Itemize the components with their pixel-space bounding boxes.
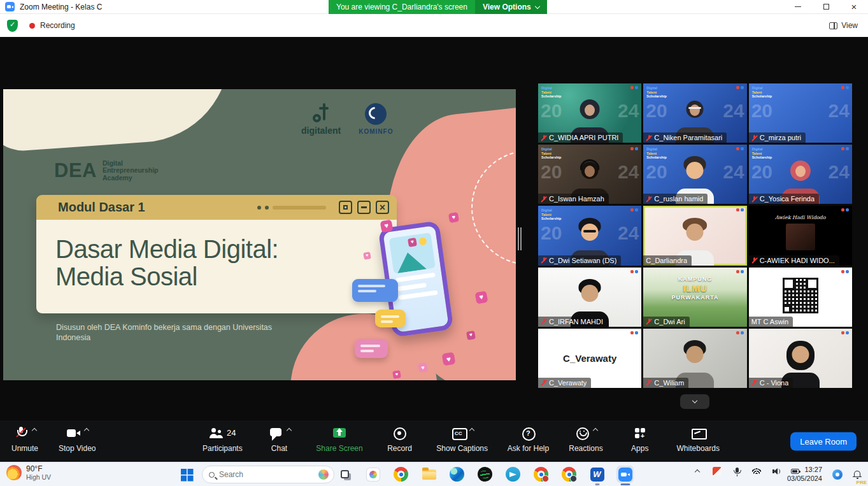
maximize-button[interactable] bbox=[812, 0, 840, 13]
vbg-year-left: 20 bbox=[751, 161, 772, 183]
dts-background-logo: DigitalTalentScholarship bbox=[541, 208, 561, 221]
zoom-icon[interactable] bbox=[616, 466, 634, 483]
start-button[interactable] bbox=[178, 466, 196, 483]
toolbar-share-button[interactable]: Share Screen bbox=[316, 426, 362, 453]
participant-name-label: C_WIDIA APRI PUTRI bbox=[538, 132, 623, 143]
participant-tile[interactable]: DigitalTalentScholarship 20 24 Awiek Had… bbox=[538, 268, 641, 327]
copilot-icon[interactable] bbox=[832, 469, 843, 480]
participant-tile[interactable]: DigitalTalentScholarship 20 24 Awiek Had… bbox=[749, 145, 852, 204]
participant-tile[interactable]: DigitalTalentScholarship 20 24 C_Verawat… bbox=[538, 329, 641, 388]
toolbar-apps-button[interactable]: Apps bbox=[623, 426, 657, 453]
participant-name-label: C_mirza putri bbox=[749, 132, 806, 143]
wifi-icon[interactable] bbox=[751, 466, 762, 477]
toolbar-icon bbox=[632, 426, 648, 440]
mockup-title-bar: Modul Dasar 1 bbox=[36, 195, 397, 220]
chevron-up-icon[interactable] bbox=[84, 428, 89, 433]
hidden-icons-icon[interactable] bbox=[692, 466, 703, 477]
chevron-up-icon[interactable] bbox=[286, 428, 291, 433]
participant-tile[interactable]: DigitalTalentScholarship 20 24 Awiek Had… bbox=[538, 145, 641, 204]
participant-tile[interactable]: DigitalTalentScholarship 20 24 Awiek Had… bbox=[643, 206, 746, 265]
toolbar-label: Reactions bbox=[569, 444, 602, 453]
heart-icon bbox=[448, 212, 459, 223]
toolbar-mic-off-button[interactable]: Unmute bbox=[8, 426, 42, 453]
view-layout-button[interactable]: View bbox=[829, 21, 858, 30]
heart-icon bbox=[475, 291, 488, 304]
word-icon[interactable] bbox=[588, 466, 606, 483]
title-bar: Zoom Meeting - Kelas C You are viewing C… bbox=[0, 0, 868, 14]
more-participants-button[interactable] bbox=[680, 394, 709, 409]
minimize-button[interactable] bbox=[784, 0, 812, 13]
telegram-icon[interactable] bbox=[504, 466, 522, 483]
participant-tile[interactable]: DigitalTalentScholarship 20 24 Awiek Had… bbox=[538, 83, 641, 143]
volume-icon[interactable] bbox=[771, 466, 782, 477]
participant-tile[interactable]: DigitalTalentScholarship 20 24 Awiek Had… bbox=[643, 83, 746, 143]
toolbar-icon bbox=[690, 426, 706, 440]
heart-icon bbox=[418, 362, 428, 373]
chrome-2-icon[interactable] bbox=[532, 466, 550, 483]
taskbar-clock[interactable]: 13:27 03/05/2024 bbox=[787, 466, 822, 483]
participant-tile[interactable]: DigitalTalentScholarship 20 24 Awiek Had… bbox=[643, 145, 746, 204]
toolbar-help-button[interactable]: Ask for Help bbox=[508, 426, 549, 453]
tile-corner-badges bbox=[736, 331, 744, 334]
participant-tile[interactable]: DigitalTalentScholarship 20 24 Awiek Had… bbox=[643, 268, 746, 327]
windows-taskbar: 90°F High UV 13:27 03/05/2024 PRE bbox=[0, 462, 868, 486]
muted-mic-icon bbox=[541, 196, 547, 203]
spotify-icon[interactable] bbox=[476, 466, 494, 483]
participant-name-label: C_ruslan hamid bbox=[643, 194, 708, 204]
muted-mic-icon bbox=[751, 196, 758, 203]
toolbar-icon bbox=[66, 426, 81, 440]
participant-tile[interactable]: DigitalTalentScholarship 20 24 Awiek Had… bbox=[749, 329, 852, 388]
toolbar-cc-button[interactable]: Show Captions bbox=[436, 426, 488, 453]
toolbar-icon bbox=[574, 426, 590, 440]
muted-mic-icon bbox=[751, 379, 758, 386]
toolbar-record-button[interactable]: Record bbox=[382, 426, 416, 453]
module-title: Modul Dasar 1 bbox=[58, 200, 145, 215]
pre-badge: PRE bbox=[857, 480, 867, 485]
toolbar-camera-button[interactable]: Stop Video bbox=[59, 426, 96, 453]
chrome-3-icon[interactable] bbox=[560, 466, 578, 483]
task-view-icon[interactable] bbox=[336, 466, 353, 483]
participant-tile[interactable]: DigitalTalentScholarship 20 24 Awiek Had… bbox=[643, 329, 746, 388]
chrome-icon[interactable] bbox=[392, 466, 409, 483]
toolbar-reactions-button[interactable]: Reactions bbox=[569, 426, 603, 453]
taskbar-search[interactable] bbox=[202, 466, 334, 483]
participant-tile[interactable]: DigitalTalentScholarship 20 24 Awiek Had… bbox=[538, 206, 641, 265]
search-input[interactable] bbox=[219, 470, 314, 479]
weather-widget[interactable]: 90°F High UV bbox=[6, 464, 51, 481]
muted-mic-icon bbox=[541, 134, 547, 141]
close-button[interactable] bbox=[840, 0, 868, 13]
zoom-app-icon bbox=[5, 2, 15, 11]
view-options-button[interactable]: View Options bbox=[475, 0, 547, 14]
bell-icon[interactable] bbox=[851, 469, 863, 480]
leave-room-button[interactable]: Leave Room bbox=[790, 432, 857, 450]
chevron-up-icon[interactable] bbox=[469, 428, 474, 433]
heart-icon bbox=[392, 370, 401, 379]
meeting-toolbar: Unmute Stop Video 24 Participants Chat S… bbox=[0, 420, 868, 462]
tray-app-icon[interactable] bbox=[711, 466, 723, 477]
panel-resize-handle[interactable] bbox=[518, 227, 522, 250]
taskbar-tray-right: 13:27 03/05/2024 bbox=[786, 466, 863, 483]
participant-tile[interactable]: DigitalTalentScholarship 20 24 Awiek Had… bbox=[749, 83, 852, 143]
edge-icon[interactable] bbox=[448, 466, 466, 483]
dea-logo: DEA Digital Entrepreneurship Academy bbox=[54, 159, 158, 182]
participant-tile[interactable]: DigitalTalentScholarship 20 24 Awiek Had… bbox=[749, 206, 852, 265]
screen-share-banner: You are viewing C_Darliandra's screen Vi… bbox=[329, 0, 547, 14]
dts-background-logo: DigitalTalentScholarship bbox=[541, 147, 561, 160]
file-explorer-icon[interactable] bbox=[420, 466, 438, 483]
slide-credit: Disusun oleh DEA Kominfo bekerja sama de… bbox=[56, 322, 272, 343]
chevron-up-icon[interactable] bbox=[32, 428, 37, 433]
heart-icon bbox=[408, 238, 417, 247]
participant-tile[interactable]: DigitalTalentScholarship 20 24 Awiek Had… bbox=[749, 268, 852, 327]
tile-caption: Awiek Hadi Widodo bbox=[749, 215, 852, 250]
toolbar-label: Show Captions bbox=[436, 444, 488, 453]
chat-bubble-decoration bbox=[352, 279, 398, 302]
security-shield-icon[interactable] bbox=[7, 20, 18, 32]
photos-icon[interactable] bbox=[364, 466, 381, 483]
microphone-icon[interactable] bbox=[731, 466, 743, 477]
toolbar-participants-button[interactable]: 24 Participants bbox=[203, 426, 243, 453]
toolbar-label: Unmute bbox=[11, 444, 38, 453]
muted-mic-icon bbox=[646, 196, 652, 203]
toolbar-whiteboard-button[interactable]: Whiteboards bbox=[677, 426, 720, 453]
chevron-up-icon[interactable] bbox=[593, 428, 598, 433]
toolbar-chat-button[interactable]: Chat bbox=[262, 426, 297, 453]
